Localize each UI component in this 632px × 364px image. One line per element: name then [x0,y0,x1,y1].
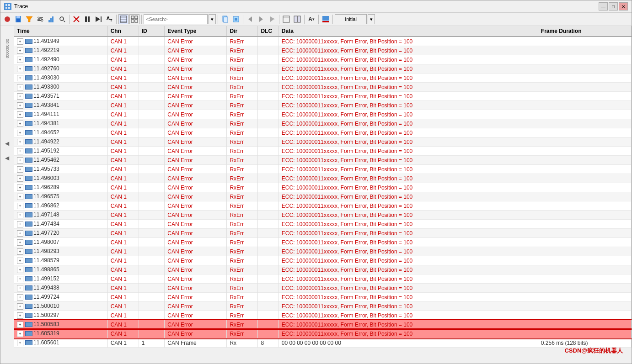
table-row[interactable]: +11.500297CAN 1CAN ErrorRxErrECC: 100000… [14,311,632,320]
row-expand-btn[interactable]: + [17,66,23,72]
row-expand-btn[interactable]: + [17,148,23,154]
row-expand-btn[interactable]: + [17,276,23,282]
table-row[interactable]: +11.499724CAN 1CAN ErrorRxErrECC: 100000… [14,293,632,302]
table-row[interactable]: +11.495462CAN 1CAN ErrorRxErrECC: 100000… [14,156,632,165]
toolbar-btn-view2[interactable] [292,14,302,24]
toolbar-btn-forward[interactable] [256,14,266,24]
close-button[interactable]: ✕ [619,2,628,11]
table-row[interactable]: +11.498293CAN 1CAN ErrorRxErrECC: 100000… [14,247,632,256]
row-expand-btn[interactable]: + [17,267,23,273]
table-row[interactable]: +11.497148CAN 1CAN ErrorRxErrECC: 100000… [14,211,632,220]
table-row[interactable]: +11.494381CAN 1CAN ErrorRxErrECC: 100000… [14,119,632,128]
toolbar-btn-3[interactable] [24,14,34,24]
search-input[interactable] [144,14,208,24]
table-row[interactable]: +11.493841CAN 1CAN ErrorRxErrECC: 100000… [14,101,632,110]
row-expand-btn[interactable]: + [17,111,23,118]
row-expand-btn[interactable]: + [17,340,23,346]
table-row[interactable]: +11.493030CAN 1CAN ErrorRxErrECC: 100000… [14,74,632,83]
row-expand-btn[interactable]: + [17,166,23,173]
row-expand-btn[interactable]: + [17,139,23,145]
toolbar-btn-5[interactable] [46,14,56,24]
row-expand-btn[interactable]: + [17,175,23,182]
table-row[interactable]: +11.497434CAN 1CAN ErrorRxErrECC: 100000… [14,220,632,229]
table-row[interactable]: +11.498007CAN 1CAN ErrorRxErrECC: 100000… [14,238,632,247]
table-row[interactable]: +11.493300CAN 1CAN ErrorRxErrECC: 100000… [14,83,632,92]
row-expand-btn[interactable]: + [17,57,23,63]
table-row[interactable]: +11.493571CAN 1CAN ErrorRxErrECC: 100000… [14,92,632,101]
table-row[interactable]: +11.492219CAN 1CAN ErrorRxErrECC: 100000… [14,46,632,55]
table-row[interactable]: +11.491949CAN 1CAN ErrorRxErrECC: 100000… [14,37,632,46]
table-row[interactable]: +11.494922CAN 1CAN ErrorRxErrECC: 100000… [14,137,632,147]
row-expand-btn[interactable]: + [17,130,23,136]
table-row[interactable]: +11.494111CAN 1CAN ErrorRxErrECC: 100000… [14,110,632,119]
row-expand-btn[interactable]: + [17,312,23,319]
row-expand-btn[interactable]: + [17,248,23,255]
table-row[interactable]: +11.605319CAN 1CAN ErrorRxErrECC: 100000… [14,329,632,338]
row-expand-btn[interactable]: + [17,194,23,200]
toolbar-btn-copy2[interactable] [231,14,241,24]
row-expand-btn[interactable]: + [17,303,23,310]
table-row[interactable]: +11.498579CAN 1CAN ErrorRxErrECC: 100000… [14,256,632,265]
table-row[interactable]: +11.499152CAN 1CAN ErrorRxErrECC: 100000… [14,274,632,284]
minimize-button[interactable]: — [599,2,608,11]
table-row[interactable]: +11.494652CAN 1CAN ErrorRxErrECC: 100000… [14,128,632,137]
toolbar-btn-step[interactable] [93,14,103,24]
search-dropdown-btn[interactable]: ▾ [209,14,216,24]
table-row[interactable]: +11.605601CAN 11CAN FrameRx800 00 00 00 … [14,338,632,348]
row-expand-btn[interactable]: + [17,84,23,90]
row-expand-btn[interactable]: + [17,93,23,100]
row-expand-btn[interactable]: + [17,294,23,301]
toolbar-btn-4[interactable] [35,14,45,24]
toolbar-btn-clear[interactable] [71,14,81,24]
toolbar-btn-1[interactable] [2,14,12,24]
cell-dir: RxErr [227,329,258,338]
row-expand-btn[interactable]: + [17,75,23,81]
collapse-arrow[interactable]: ◀ [5,141,10,146]
row-expand-btn[interactable]: + [17,322,23,328]
row-expand-btn[interactable]: + [17,258,23,264]
row-expand-btn[interactable]: + [17,285,23,291]
toolbar-btn-copy1[interactable] [220,14,230,24]
table-row[interactable]: +11.498865CAN 1CAN ErrorRxErrECC: 100000… [14,265,632,274]
toolbar-mode-dropdown[interactable]: ▾ [368,14,375,24]
toolbar-btn-at[interactable]: AT [104,14,114,24]
row-expand-btn[interactable]: + [17,239,23,246]
table-row[interactable]: +11.500010CAN 1CAN ErrorRxErrECC: 100000… [14,302,632,311]
row-expand-btn[interactable]: + [17,221,23,227]
table-row[interactable]: +11.496575CAN 1CAN ErrorRxErrECC: 100000… [14,192,632,201]
table-row[interactable]: +11.496289CAN 1CAN ErrorRxErrECC: 100000… [14,183,632,192]
row-expand-btn[interactable]: + [17,230,23,237]
toolbar-btn-font[interactable]: A▾ [306,14,316,24]
table-row[interactable]: +11.500583CAN 1CAN ErrorRxErrECC: 100000… [14,320,632,329]
toolbar-btn-mark[interactable] [267,14,277,24]
row-expand-btn[interactable]: + [17,331,23,337]
row-expand-btn[interactable]: + [17,185,23,191]
toolbar-btn-6[interactable] [57,14,67,24]
row-expand-btn[interactable]: + [17,203,23,209]
toolbar-btn-view1[interactable] [281,14,291,24]
row-expand-btn[interactable]: + [17,38,23,45]
row-expand-btn[interactable]: + [17,102,23,109]
toolbar-btn-grid2[interactable] [129,14,139,24]
row-expand-btn[interactable]: + [17,121,23,127]
row-expand-btn[interactable]: + [17,157,23,164]
toolbar-btn-pause[interactable] [82,14,92,24]
row-expand-btn[interactable]: + [17,47,23,54]
table-row[interactable]: +11.492490CAN 1CAN ErrorRxErrECC: 100000… [14,55,632,64]
table-row[interactable]: +11.496862CAN 1CAN ErrorRxErrECC: 100000… [14,201,632,211]
row-expand-btn[interactable]: + [17,212,23,218]
toolbar-btn-back[interactable] [245,14,255,24]
toolbar-btn-grid1[interactable] [118,14,129,24]
restore-button[interactable]: □ [609,2,618,11]
table-row[interactable]: +11.492760CAN 1CAN ErrorRxErrECC: 100000… [14,64,632,74]
table-row[interactable]: +11.495733CAN 1CAN ErrorRxErrECC: 100000… [14,165,632,174]
toolbar-btn-color[interactable] [321,14,331,24]
toolbar-btn-2[interactable] [13,14,23,24]
cell-id: 1 [139,338,165,348]
table-row[interactable]: +11.499438CAN 1CAN ErrorRxErrECC: 100000… [14,284,632,293]
table-row[interactable]: +11.497720CAN 1CAN ErrorRxErrECC: 100000… [14,229,632,238]
expand-arrow[interactable]: ◀ [5,155,10,161]
table-row[interactable]: +11.495192CAN 1CAN ErrorRxErrECC: 100000… [14,147,632,156]
toolbar-btn-mode[interactable]: Initial [335,14,367,24]
table-row[interactable]: +11.496003CAN 1CAN ErrorRxErrECC: 100000… [14,174,632,183]
